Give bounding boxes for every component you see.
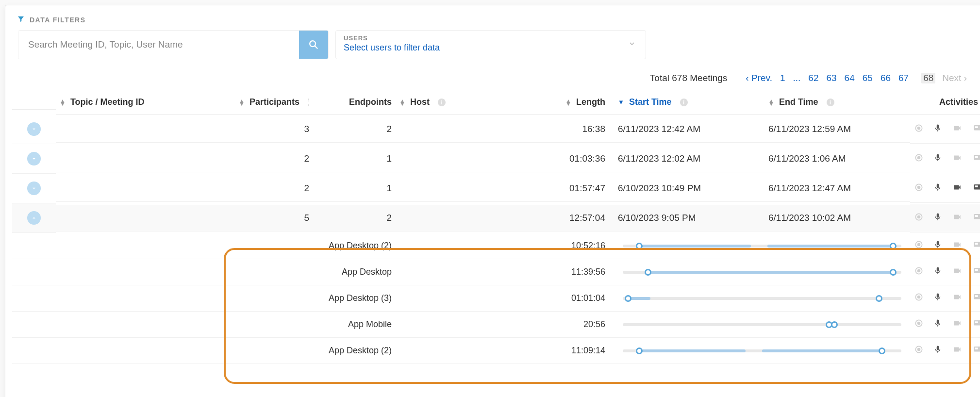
cell-participant: [56, 338, 235, 364]
cell-end: 6/11/2023 1:06 AM: [764, 146, 910, 172]
total-meetings: Total 678 Meetings: [650, 73, 728, 83]
cell-length: 16:38: [522, 116, 609, 143]
summary-row: Total 678 Meetings ‹ Prev. 1...626364656…: [12, 59, 978, 90]
cell-activities: [910, 175, 980, 203]
cell-host: [396, 205, 522, 232]
cell-activities: [910, 233, 980, 259]
col-start[interactable]: ▼Start Time i: [609, 90, 764, 115]
table-row[interactable]: 3 2 16:38 6/11/2023 12:42 AM 6/11/2023 1…: [12, 115, 978, 144]
search-input[interactable]: [18, 31, 299, 59]
info-icon: i: [827, 99, 834, 106]
col-topic[interactable]: ▲▼Topic / Meeting ID: [56, 90, 235, 115]
participant-row: App Desktop (3) 01:01:04: [12, 285, 978, 312]
microphone-icon: [933, 266, 942, 278]
timeline: [623, 349, 901, 352]
svg-rect-17: [975, 215, 978, 217]
col-length[interactable]: ▲▼Length: [522, 90, 609, 115]
col-host[interactable]: ▲▼Host i: [396, 90, 522, 115]
participant-row: App Desktop (2) 11:09:14: [12, 338, 978, 364]
cell-length: 10:52:16: [522, 233, 609, 259]
svg-point-23: [918, 270, 920, 272]
pager-page[interactable]: 66: [880, 73, 892, 83]
microphone-icon: [933, 183, 942, 194]
cell-activities: [910, 204, 980, 232]
pager-prev[interactable]: ‹ Prev.: [745, 73, 773, 83]
table-row[interactable]: 2 1 01:03:36 6/11/2023 12:02 AM 6/11/202…: [12, 144, 978, 174]
pager-page[interactable]: 67: [897, 73, 910, 83]
video-icon: [952, 240, 963, 251]
pager-page[interactable]: 62: [807, 73, 819, 83]
expand-toggle[interactable]: [27, 122, 41, 136]
svg-point-3: [918, 127, 920, 129]
user-filter-select[interactable]: USERS Select users to filter data: [335, 30, 646, 59]
expand-toggle[interactable]: [27, 152, 41, 165]
svg-rect-5: [975, 126, 978, 128]
cell-topic: [56, 176, 235, 202]
cell-activities: [910, 338, 980, 364]
table-row[interactable]: 5 2 12:57:04 6/10/2023 9:05 PM 6/11/2023…: [12, 203, 978, 233]
svg-rect-9: [975, 156, 978, 158]
cell-participant: [56, 312, 235, 338]
cell-activities: [910, 259, 980, 285]
video-icon: [952, 319, 963, 330]
record-icon: [914, 153, 924, 165]
table-header: ▲▼Topic / Meeting ID ▲▼Participants i En…: [12, 90, 978, 115]
pager-page[interactable]: 63: [825, 73, 837, 83]
screenshare-icon: [972, 240, 980, 251]
pager-page[interactable]: 1: [779, 73, 786, 83]
cell-start: 6/10/2023 10:49 PM: [609, 175, 764, 202]
microphone-icon: [933, 124, 942, 135]
cell-timeline: [609, 285, 910, 312]
svg-rect-33: [975, 321, 978, 323]
info-icon: i: [438, 99, 446, 106]
expand-toggle[interactable]: [27, 182, 41, 195]
cell-end: 6/11/2023 12:59 AM: [764, 116, 910, 143]
cell-endpoint: App Desktop (3): [235, 285, 396, 312]
cell-end: 6/11/2023 10:02 AM: [764, 205, 910, 232]
cell-endpoint: App Desktop: [235, 259, 396, 285]
screenshare-icon: [972, 153, 980, 165]
svg-line-1: [315, 46, 318, 49]
pager-page[interactable]: 64: [844, 73, 856, 83]
video-icon: [952, 153, 963, 165]
col-endpoints[interactable]: Endpoints: [313, 90, 396, 115]
cell-endpoints: 1: [313, 175, 396, 202]
pager-page: ...: [792, 73, 801, 83]
cell-timeline: [609, 312, 910, 338]
pager-page[interactable]: 65: [862, 73, 874, 83]
cell-participants: 5: [235, 205, 313, 232]
cell-length: 01:03:36: [522, 146, 609, 172]
filters-header: DATA FILTERS: [12, 12, 978, 30]
chevron-down-icon: [628, 40, 636, 50]
screenshare-icon: [972, 213, 980, 224]
screenshare-icon: [972, 124, 980, 135]
screenshare-icon: [972, 319, 980, 330]
search-group: [18, 30, 329, 59]
cell-start: 6/11/2023 12:42 AM: [609, 116, 764, 143]
cell-participants: 2: [235, 175, 313, 202]
cell-endpoint: App Mobile: [235, 312, 396, 338]
screenshare-icon: [972, 183, 980, 194]
cell-start: 6/10/2023 9:05 PM: [609, 205, 764, 232]
cell-length: 12:57:04: [522, 205, 609, 232]
screenshare-icon: [972, 266, 980, 278]
search-button[interactable]: [299, 31, 328, 59]
cell-participants: 3: [235, 116, 313, 143]
cell-topic: [56, 146, 235, 172]
cell-host: [396, 176, 522, 202]
participant-row: App Mobile 20:56: [12, 312, 978, 338]
col-participants[interactable]: ▲▼Participants i: [235, 90, 313, 115]
svg-point-27: [918, 296, 920, 298]
table-row[interactable]: 2 1 01:57:47 6/10/2023 10:49 PM 6/11/202…: [12, 174, 978, 203]
svg-rect-37: [975, 347, 978, 349]
funnel-icon: [17, 15, 25, 24]
col-end[interactable]: ▲▼End Time i: [764, 90, 910, 115]
participant-row: App Desktop 11:39:56: [12, 259, 978, 285]
svg-point-7: [918, 156, 920, 159]
info-icon: i: [308, 99, 309, 106]
cell-endpoints: 1: [313, 146, 396, 172]
expand-toggle[interactable]: [27, 211, 41, 225]
screenshare-icon: [972, 293, 980, 304]
svg-rect-21: [975, 243, 978, 245]
video-icon: [952, 124, 963, 135]
